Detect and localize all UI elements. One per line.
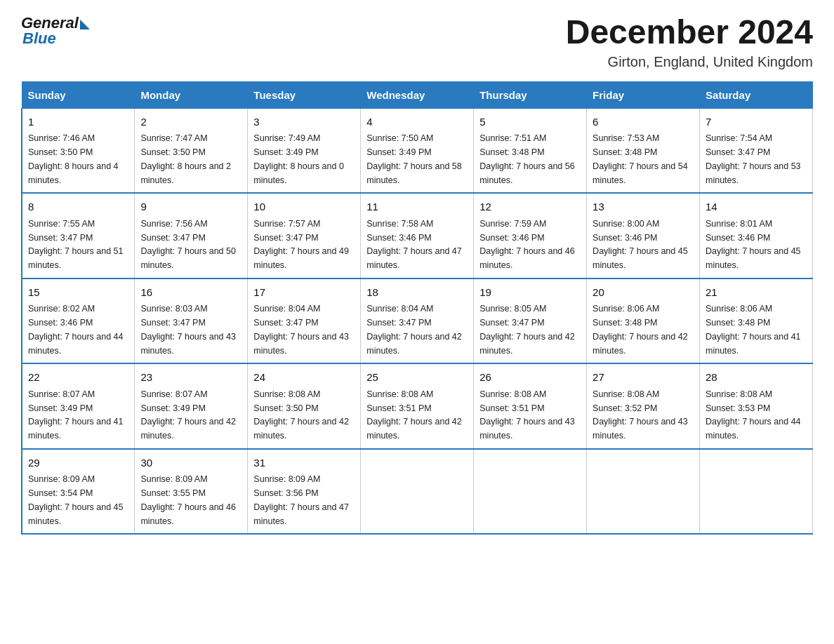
header-day-friday: Friday: [587, 81, 700, 108]
calendar-cell: 3 Sunrise: 7:49 AMSunset: 3:49 PMDayligh…: [248, 108, 361, 193]
calendar-body: 1 Sunrise: 7:46 AMSunset: 3:50 PMDayligh…: [22, 108, 813, 534]
calendar-cell: 29 Sunrise: 8:09 AMSunset: 3:54 PMDaylig…: [22, 449, 135, 535]
calendar-cell: 26 Sunrise: 8:08 AMSunset: 3:51 PMDaylig…: [474, 363, 587, 449]
calendar-table: SundayMondayTuesdayWednesdayThursdayFrid…: [21, 81, 813, 535]
day-number: 14: [706, 199, 807, 215]
day-number: 5: [479, 114, 581, 130]
day-info: Sunrise: 8:04 AMSunset: 3:47 PMDaylight:…: [253, 304, 349, 355]
calendar-cell: 5 Sunrise: 7:51 AMSunset: 3:48 PMDayligh…: [474, 108, 587, 193]
day-info: Sunrise: 8:00 AMSunset: 3:46 PMDaylight:…: [593, 219, 688, 270]
day-number: 31: [253, 455, 355, 471]
day-number: 7: [706, 114, 807, 130]
day-info: Sunrise: 8:01 AMSunset: 3:46 PMDaylight:…: [706, 219, 801, 270]
day-number: 17: [253, 285, 355, 301]
day-number: 9: [140, 199, 241, 215]
logo: General Blue: [21, 14, 90, 48]
calendar-cell: 8 Sunrise: 7:55 AMSunset: 3:47 PMDayligh…: [22, 193, 135, 279]
header-day-wednesday: Wednesday: [361, 81, 474, 108]
calendar-cell: 12 Sunrise: 7:59 AMSunset: 3:46 PMDaylig…: [474, 193, 587, 279]
day-number: 10: [253, 199, 355, 215]
day-number: 15: [28, 285, 128, 301]
day-info: Sunrise: 7:50 AMSunset: 3:49 PMDaylight:…: [366, 133, 462, 185]
calendar-cell: 11 Sunrise: 7:58 AMSunset: 3:46 PMDaylig…: [361, 193, 474, 279]
calendar-row: 29 Sunrise: 8:09 AMSunset: 3:54 PMDaylig…: [22, 449, 813, 535]
day-info: Sunrise: 7:53 AMSunset: 3:48 PMDaylight:…: [593, 133, 688, 185]
day-info: Sunrise: 8:09 AMSunset: 3:55 PMDaylight:…: [140, 474, 236, 525]
header-day-sunday: Sunday: [22, 81, 135, 108]
day-number: 29: [28, 455, 128, 471]
header-row: SundayMondayTuesdayWednesdayThursdayFrid…: [22, 81, 813, 108]
day-number: 27: [593, 370, 694, 386]
calendar-cell: 28 Sunrise: 8:08 AMSunset: 3:53 PMDaylig…: [700, 363, 813, 449]
calendar-cell: 14 Sunrise: 8:01 AMSunset: 3:46 PMDaylig…: [700, 193, 813, 279]
calendar-cell: 13 Sunrise: 8:00 AMSunset: 3:46 PMDaylig…: [587, 193, 700, 279]
title-section: December 2024 Girton, England, United Ki…: [566, 14, 813, 70]
day-info: Sunrise: 7:58 AMSunset: 3:46 PMDaylight:…: [366, 219, 462, 270]
calendar-cell: 7 Sunrise: 7:54 AMSunset: 3:47 PMDayligh…: [700, 108, 813, 193]
day-number: 28: [706, 370, 807, 386]
calendar-cell: 20 Sunrise: 8:06 AMSunset: 3:48 PMDaylig…: [587, 279, 700, 364]
day-info: Sunrise: 8:08 AMSunset: 3:52 PMDaylight:…: [593, 389, 688, 441]
calendar-cell: 24 Sunrise: 8:08 AMSunset: 3:50 PMDaylig…: [248, 363, 361, 449]
calendar-cell: 4 Sunrise: 7:50 AMSunset: 3:49 PMDayligh…: [361, 108, 474, 193]
day-number: 20: [593, 285, 694, 301]
day-info: Sunrise: 8:03 AMSunset: 3:47 PMDaylight:…: [140, 304, 236, 355]
calendar-cell: 16 Sunrise: 8:03 AMSunset: 3:47 PMDaylig…: [135, 279, 248, 364]
day-number: 12: [479, 199, 581, 215]
calendar-cell: 22 Sunrise: 8:07 AMSunset: 3:49 PMDaylig…: [22, 363, 135, 449]
day-info: Sunrise: 7:55 AMSunset: 3:47 PMDaylight:…: [28, 219, 124, 270]
day-info: Sunrise: 8:06 AMSunset: 3:48 PMDaylight:…: [706, 304, 801, 355]
header-day-saturday: Saturday: [700, 81, 813, 108]
calendar-cell: 10 Sunrise: 7:57 AMSunset: 3:47 PMDaylig…: [248, 193, 361, 279]
day-info: Sunrise: 7:46 AMSunset: 3:50 PMDaylight:…: [28, 133, 119, 185]
day-number: 8: [28, 199, 128, 215]
day-info: Sunrise: 7:54 AMSunset: 3:47 PMDaylight:…: [706, 133, 801, 185]
calendar-cell: 17 Sunrise: 8:04 AMSunset: 3:47 PMDaylig…: [248, 279, 361, 364]
day-info: Sunrise: 8:02 AMSunset: 3:46 PMDaylight:…: [28, 304, 124, 355]
day-info: Sunrise: 7:56 AMSunset: 3:47 PMDaylight:…: [140, 219, 236, 270]
day-info: Sunrise: 8:08 AMSunset: 3:51 PMDaylight:…: [479, 389, 575, 441]
calendar-cell: 23 Sunrise: 8:07 AMSunset: 3:49 PMDaylig…: [135, 363, 248, 449]
calendar-cell: 30 Sunrise: 8:09 AMSunset: 3:55 PMDaylig…: [135, 449, 248, 535]
calendar-cell: 21 Sunrise: 8:06 AMSunset: 3:48 PMDaylig…: [700, 279, 813, 364]
day-number: 25: [366, 370, 468, 386]
day-info: Sunrise: 7:47 AMSunset: 3:50 PMDaylight:…: [140, 133, 231, 185]
day-number: 21: [706, 285, 807, 301]
day-info: Sunrise: 8:08 AMSunset: 3:50 PMDaylight:…: [253, 389, 349, 441]
calendar-row: 22 Sunrise: 8:07 AMSunset: 3:49 PMDaylig…: [22, 363, 813, 449]
day-info: Sunrise: 8:09 AMSunset: 3:54 PMDaylight:…: [28, 474, 124, 525]
page-header: General Blue December 2024 Girton, Engla…: [21, 14, 813, 70]
day-number: 30: [140, 455, 241, 471]
calendar-cell: 2 Sunrise: 7:47 AMSunset: 3:50 PMDayligh…: [135, 108, 248, 193]
day-info: Sunrise: 8:08 AMSunset: 3:53 PMDaylight:…: [706, 389, 801, 441]
calendar-cell: [700, 449, 813, 535]
day-info: Sunrise: 8:05 AMSunset: 3:47 PMDaylight:…: [479, 304, 575, 355]
calendar-header: SundayMondayTuesdayWednesdayThursdayFrid…: [22, 81, 813, 108]
day-info: Sunrise: 8:07 AMSunset: 3:49 PMDaylight:…: [140, 389, 236, 441]
calendar-row: 15 Sunrise: 8:02 AMSunset: 3:46 PMDaylig…: [22, 279, 813, 364]
calendar-row: 8 Sunrise: 7:55 AMSunset: 3:47 PMDayligh…: [22, 193, 813, 279]
header-day-thursday: Thursday: [474, 81, 587, 108]
day-number: 11: [366, 199, 468, 215]
calendar-cell: 18 Sunrise: 8:04 AMSunset: 3:47 PMDaylig…: [361, 279, 474, 364]
calendar-cell: [474, 449, 587, 535]
header-day-tuesday: Tuesday: [248, 81, 361, 108]
day-number: 4: [366, 114, 468, 130]
calendar-cell: 25 Sunrise: 8:08 AMSunset: 3:51 PMDaylig…: [361, 363, 474, 449]
day-number: 18: [366, 285, 468, 301]
main-title: December 2024: [566, 14, 813, 51]
day-info: Sunrise: 7:49 AMSunset: 3:49 PMDaylight:…: [253, 133, 344, 185]
day-number: 23: [140, 370, 241, 386]
header-day-monday: Monday: [135, 81, 248, 108]
day-number: 24: [253, 370, 355, 386]
day-info: Sunrise: 8:04 AMSunset: 3:47 PMDaylight:…: [366, 304, 462, 355]
calendar-cell: 6 Sunrise: 7:53 AMSunset: 3:48 PMDayligh…: [587, 108, 700, 193]
calendar-row: 1 Sunrise: 7:46 AMSunset: 3:50 PMDayligh…: [22, 108, 813, 193]
calendar-cell: [361, 449, 474, 535]
day-number: 19: [479, 285, 581, 301]
subtitle: Girton, England, United Kingdom: [566, 54, 813, 70]
calendar-cell: 27 Sunrise: 8:08 AMSunset: 3:52 PMDaylig…: [587, 363, 700, 449]
logo-triangle-icon: [80, 20, 90, 29]
calendar-cell: 19 Sunrise: 8:05 AMSunset: 3:47 PMDaylig…: [474, 279, 587, 364]
calendar-cell: 9 Sunrise: 7:56 AMSunset: 3:47 PMDayligh…: [135, 193, 248, 279]
